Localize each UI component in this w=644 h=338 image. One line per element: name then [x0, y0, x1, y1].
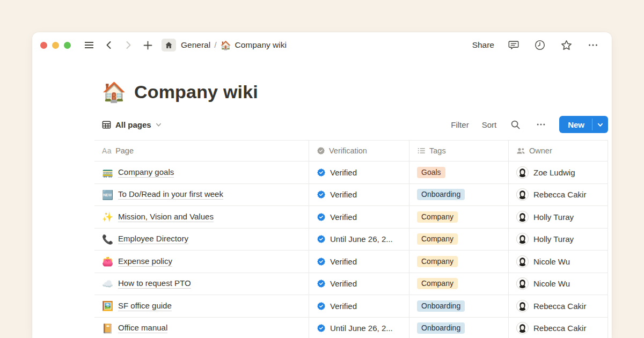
page-cell[interactable]: 👛 Expense policy [94, 251, 309, 273]
tags-cell[interactable]: Company [409, 206, 509, 228]
page-cell[interactable]: ☁️ How to request PTO [94, 273, 309, 295]
bulleted-list-icon [417, 146, 426, 155]
tags-cell[interactable]: Onboarding [409, 184, 509, 206]
verification-label: Verified [330, 190, 357, 199]
breadcrumb-page-emoji: 🏠 [220, 40, 231, 50]
page-emoji[interactable]: 🏠 [102, 83, 126, 102]
table-row: ☁️ How to request PTO Verified Company N… [94, 273, 608, 296]
comments-icon[interactable] [507, 38, 521, 52]
tags-cell[interactable]: Company [409, 251, 509, 273]
verification-cell[interactable]: Verified [309, 273, 409, 295]
owner-name: Nicole Wu [533, 257, 570, 266]
owner-name: Rebecca Cakir [533, 302, 586, 311]
owner-cell[interactable]: Rebecca Cakir [509, 318, 608, 338]
verification-cell[interactable]: Verified [309, 206, 409, 228]
owner-name: Zoe Ludwig [533, 168, 575, 177]
updates-clock-icon[interactable] [533, 38, 547, 52]
table-row: 🚃 Company goals Verified Goals Zoe Ludwi… [94, 161, 608, 184]
table-body: 🚃 Company goals Verified Goals Zoe Ludwi… [94, 161, 608, 338]
column-header-page[interactable]: Aa Page [94, 141, 309, 161]
tag-pill: Goals [417, 167, 445, 178]
page-cell[interactable]: 📞 Employee Directory [94, 229, 309, 251]
close-window-button[interactable] [40, 42, 47, 49]
owner-cell[interactable]: Nicole Wu [509, 251, 608, 273]
owner-avatar [516, 277, 529, 290]
owner-cell[interactable]: Holly Turay [509, 229, 608, 251]
verification-label: Verified [330, 168, 357, 177]
tags-cell[interactable]: Goals [409, 161, 509, 183]
nav-controls [83, 39, 176, 52]
menu-icon[interactable] [83, 39, 96, 52]
verification-cell[interactable]: Until June 26, 2... [309, 229, 409, 251]
page-cell[interactable]: 🆕 To Do/Read in your first week [94, 184, 309, 206]
people-icon [516, 146, 525, 156]
view-options-ellipsis-icon[interactable] [535, 118, 547, 131]
page-link[interactable]: Mission, Vision and Values [118, 212, 214, 222]
tags-cell[interactable]: Onboarding [409, 295, 509, 317]
verification-cell[interactable]: Verified [309, 184, 409, 206]
page-cell[interactable]: ✨ Mission, Vision and Values [94, 206, 309, 228]
filter-button[interactable]: Filter [451, 120, 469, 129]
page-icon-emoji: 🆕 [102, 189, 113, 200]
new-dropdown-chevron-icon[interactable] [592, 116, 608, 133]
page-link[interactable]: Office manual [118, 323, 167, 333]
back-icon[interactable] [103, 39, 115, 51]
verification-cell[interactable]: Verified [309, 251, 409, 273]
verification-cell[interactable]: Until June 26, 2... [309, 318, 409, 338]
breadcrumb: General / 🏠 Company wiki [181, 40, 287, 50]
sort-button[interactable]: Sort [482, 120, 497, 129]
zoom-window-button[interactable] [64, 42, 71, 49]
page-link[interactable]: Company goals [118, 167, 174, 178]
view-switcher[interactable]: All pages [102, 120, 162, 129]
page-cell[interactable]: 📔 Office manual [94, 318, 309, 338]
verification-label: Until June 26, 2... [330, 234, 393, 244]
more-ellipsis-icon[interactable] [586, 38, 600, 52]
tags-cell[interactable]: Onboarding [409, 318, 509, 338]
new-button[interactable]: New [559, 116, 592, 133]
column-header-tags[interactable]: Tags [409, 141, 509, 161]
home-icon[interactable] [162, 39, 176, 52]
owner-cell[interactable]: Rebecca Cakir [509, 295, 608, 317]
toolbar-actions: Filter Sort New [451, 116, 608, 133]
share-button[interactable]: Share [472, 40, 494, 50]
page-cell[interactable]: 🖼️ SF office guide [94, 295, 309, 317]
page-link[interactable]: How to request PTO [118, 278, 191, 289]
page-icon-emoji: 👛 [102, 256, 113, 267]
page-link[interactable]: Expense policy [118, 256, 172, 267]
page-link[interactable]: SF office guide [118, 301, 172, 311]
breadcrumb-separator: / [214, 40, 216, 50]
page-icon-emoji: 📞 [102, 234, 113, 245]
owner-cell[interactable]: Nicole Wu [509, 273, 608, 295]
page-link[interactable]: To Do/Read in your first week [118, 189, 223, 200]
page-icon-emoji: 📔 [102, 323, 113, 334]
owner-avatar [516, 211, 529, 223]
search-icon[interactable] [509, 119, 522, 131]
wiki-table: Aa Page Verification Tags [94, 140, 608, 338]
owner-cell[interactable]: Holly Turay [509, 206, 608, 228]
minimize-window-button[interactable] [52, 42, 59, 49]
breadcrumb-root[interactable]: General [181, 40, 210, 50]
column-header-verification[interactable]: Verification [309, 141, 409, 161]
tags-cell[interactable]: Company [409, 229, 509, 251]
table-row: 🆕 To Do/Read in your first week Verified… [94, 184, 608, 207]
traffic-lights [40, 42, 71, 49]
page-title[interactable]: Company wiki [134, 82, 258, 102]
verification-label: Verified [330, 212, 357, 222]
breadcrumb-page[interactable]: Company wiki [235, 40, 286, 50]
verified-badge-icon [317, 257, 326, 266]
tags-cell[interactable]: Company [409, 273, 509, 295]
owner-cell[interactable]: Zoe Ludwig [509, 161, 608, 183]
topbar-actions: Share [472, 38, 600, 53]
plus-icon[interactable] [142, 39, 154, 52]
favorite-star-icon[interactable] [559, 38, 574, 53]
column-header-owner[interactable]: Owner [509, 141, 608, 161]
verification-cell[interactable]: Verified [309, 295, 409, 317]
page-icon-emoji: ✨ [102, 211, 113, 222]
owner-name: Nicole Wu [533, 279, 570, 288]
page-cell[interactable]: 🚃 Company goals [94, 161, 309, 183]
page-link[interactable]: Employee Directory [118, 234, 188, 244]
verification-cell[interactable]: Verified [309, 161, 409, 183]
owner-cell[interactable]: Rebecca Cakir [509, 184, 608, 206]
forward-icon[interactable] [122, 39, 134, 51]
tag-pill: Company [417, 278, 458, 289]
